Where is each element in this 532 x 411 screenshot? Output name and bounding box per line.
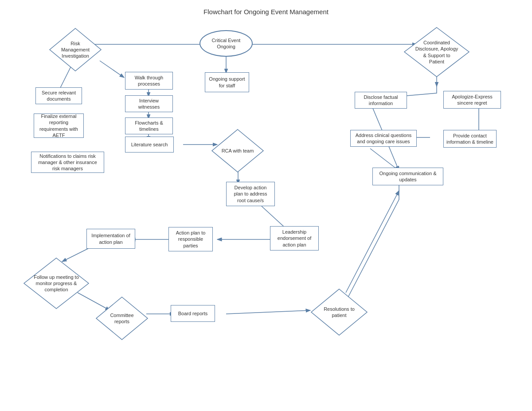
- ongoing-support-node: Ongoing support for staff: [205, 72, 249, 92]
- walk-through-node: Walk through processes: [125, 72, 173, 90]
- coordinated-disclosure-node: Coordinated Disclosure, Apology & Suppor…: [403, 27, 470, 78]
- board-reports-node: Board reports: [171, 305, 215, 322]
- rca-node: RCA with team: [211, 129, 264, 173]
- committee-reports-node: Committee reports: [95, 296, 149, 341]
- follow-up-node: Follow up meeting to monitor progress & …: [23, 257, 90, 309]
- finalize-reporting-node: Finalize external reporting requirements…: [34, 114, 84, 138]
- ongoing-comm-node: Ongoing communication & updates: [372, 168, 443, 185]
- resolutions-node: Resolutions to patient: [310, 288, 368, 336]
- notifications-node: Notifications to claims risk manager & o…: [31, 152, 104, 173]
- interview-node: Interview witnesses: [125, 95, 173, 112]
- address-clinical-node: Address clinical questions and ongoing c…: [350, 130, 417, 147]
- flowchart-container: Flowchart for Ongoing Event Management: [0, 0, 532, 411]
- chart-title: Flowchart for Ongoing Event Management: [0, 8, 532, 16]
- secure-docs-node: Secure relevant documents: [35, 87, 82, 104]
- flowcharts-node: Flowcharts & timelines: [125, 117, 173, 134]
- disclose-factual-node: Disclose factual information: [355, 92, 407, 109]
- critical-event-node: Critical Event Ongoing: [200, 30, 253, 57]
- develop-action-node: Develop action plan to address root caus…: [226, 182, 275, 206]
- risk-mgmt-node: Risk Management Investigation: [49, 27, 102, 72]
- leadership-node: Leadership endorsement of action plan: [270, 226, 319, 251]
- literature-search-node: Literature search: [125, 137, 174, 153]
- provide-contact-node: Provide contact information & timeline: [443, 130, 497, 148]
- action-plan-parties-node: Action plan to responsible parties: [168, 227, 213, 251]
- implementation-node: Implementation of action plan: [86, 229, 135, 249]
- apologize-node: Apologize-Express sincere regret: [443, 91, 501, 109]
